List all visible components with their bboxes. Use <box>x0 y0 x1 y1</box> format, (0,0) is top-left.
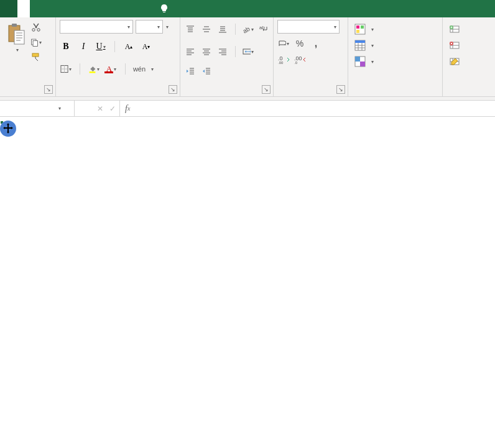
font-color-button[interactable]: A▾ <box>105 63 118 75</box>
borders-button[interactable]: ▾ <box>60 63 72 75</box>
align-bottom-button[interactable] <box>216 23 229 35</box>
insert-cells-icon <box>449 24 460 35</box>
increase-decimal-button[interactable]: .0.00 <box>277 53 290 66</box>
alignment-launcher[interactable]: ↘ <box>262 85 271 94</box>
tell-me[interactable] <box>154 0 177 17</box>
orientation-button[interactable]: ab▾ <box>242 23 254 35</box>
tab-excel-self[interactable] <box>104 0 117 17</box>
format-as-table-button[interactable]: ▾ <box>352 39 376 52</box>
cancel-formula-button[interactable]: ✕ <box>97 104 103 113</box>
svg-rect-24 <box>355 40 365 43</box>
svg-rect-22 <box>356 30 359 33</box>
merge-button[interactable]: ▾ <box>242 45 254 58</box>
copy-button[interactable]: ▾ <box>30 36 42 48</box>
align-middle-button[interactable] <box>200 23 213 35</box>
decrease-font-button[interactable]: A▾ <box>140 40 152 53</box>
svg-rect-10 <box>104 71 113 73</box>
tab-insert[interactable] <box>30 0 42 17</box>
cell-styles-button[interactable]: ▾ <box>352 55 376 68</box>
enter-formula-button[interactable]: ✓ <box>109 104 116 113</box>
decrease-decimal-button[interactable]: .00.0 <box>294 53 306 66</box>
tab-data[interactable] <box>67 0 80 17</box>
comma-button[interactable]: , <box>310 37 322 50</box>
tab-file[interactable] <box>0 0 17 17</box>
svg-rect-21 <box>361 25 364 29</box>
tab-review[interactable] <box>80 0 92 17</box>
percent-button[interactable]: % <box>294 37 306 50</box>
svg-point-4 <box>37 29 40 31</box>
delete-cells-button[interactable] <box>446 39 465 52</box>
paste-icon <box>6 21 26 47</box>
underline-button[interactable]: U▾ <box>95 40 107 53</box>
svg-text:~: ~ <box>284 43 286 47</box>
menu-bar <box>0 0 495 17</box>
align-right-button[interactable] <box>216 45 229 58</box>
align-center-button[interactable] <box>200 45 213 58</box>
bold-button[interactable]: B <box>60 40 72 53</box>
svg-rect-27 <box>360 62 365 66</box>
tab-help[interactable] <box>129 0 142 17</box>
clipboard-launcher[interactable]: ↘ <box>44 85 53 94</box>
font-launcher[interactable]: ↘ <box>169 85 177 94</box>
format-cells-icon <box>449 56 460 67</box>
cell-styles-icon <box>354 56 366 67</box>
fill-color-button[interactable]: ▾ <box>88 63 100 75</box>
svg-rect-2 <box>14 30 24 44</box>
format-as-table-icon <box>354 40 366 51</box>
svg-rect-26 <box>355 57 360 62</box>
svg-rect-1 <box>12 24 17 27</box>
italic-button[interactable]: I <box>77 40 90 53</box>
decrease-indent-button[interactable] <box>184 65 197 77</box>
conditional-formatting-icon <box>354 24 366 35</box>
insert-cells-button[interactable] <box>446 22 465 36</box>
format-painter-button[interactable] <box>30 51 42 63</box>
align-top-button[interactable] <box>184 23 197 35</box>
number-format-select[interactable]: ▾ <box>277 20 340 34</box>
svg-text:.0: .0 <box>294 61 298 64</box>
cut-button[interactable] <box>30 21 42 34</box>
svg-rect-7 <box>32 53 39 57</box>
formula-bar: ▾ ✕ ✓ fx <box>0 101 495 117</box>
tab-view[interactable] <box>92 0 104 17</box>
number-launcher[interactable]: ↘ <box>336 85 345 94</box>
name-box-dropdown[interactable]: ▾ <box>56 106 63 111</box>
format-cells-button[interactable] <box>446 55 465 68</box>
increase-font-button[interactable]: A▴ <box>123 40 135 53</box>
insert-function-button[interactable]: fx <box>120 101 135 116</box>
font-size-select[interactable]: ▾ <box>136 20 163 34</box>
tab-formulas[interactable] <box>55 0 67 17</box>
formula-input[interactable] <box>135 101 495 116</box>
align-left-button[interactable] <box>184 45 197 58</box>
increase-indent-button[interactable] <box>200 65 213 77</box>
tab-page-layout[interactable] <box>42 0 55 17</box>
svg-rect-20 <box>356 25 359 29</box>
wrap-text-button[interactable]: ab <box>258 23 271 35</box>
paste-button[interactable]: ▾ <box>6 21 26 53</box>
svg-text:ab: ab <box>243 25 251 34</box>
accounting-format-button[interactable]: ~▾ <box>277 37 290 50</box>
svg-point-3 <box>32 29 35 31</box>
conditional-formatting-button[interactable]: ▾ <box>352 22 376 36</box>
delete-cells-icon <box>449 40 460 51</box>
svg-rect-6 <box>33 41 37 47</box>
tab-home[interactable] <box>17 0 30 17</box>
phonetic-button[interactable]: wén <box>133 63 146 75</box>
ribbon: ▾ ▾ ↘ ▾ ▾ ▾ B I U▾ A▴ A▾ <box>0 17 495 97</box>
svg-rect-9 <box>90 71 96 73</box>
tab-special[interactable] <box>142 0 154 17</box>
font-name-select[interactable]: ▾ <box>60 20 133 34</box>
name-box[interactable] <box>0 103 56 114</box>
svg-text:.00: .00 <box>278 61 284 64</box>
tab-dev[interactable] <box>117 0 129 17</box>
